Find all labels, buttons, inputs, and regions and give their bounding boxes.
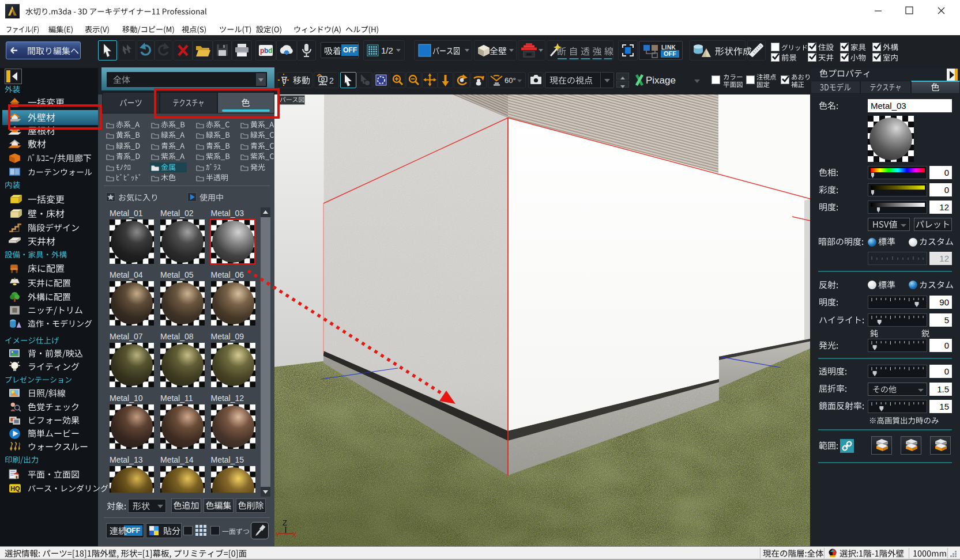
svg-text:60°: 60° [505,76,516,85]
svg-text:Y: Y [276,531,280,538]
svg-text:d: d [268,47,272,55]
svg-text:1/2: 1/2 [381,46,393,55]
svg-text:Pixage: Pixage [646,75,676,86]
svg-text:X: X [292,531,297,538]
svg-text:2: 2 [329,76,334,85]
svg-text:HQ: HQ [10,485,20,492]
svg-text:Z: Z [283,519,287,527]
